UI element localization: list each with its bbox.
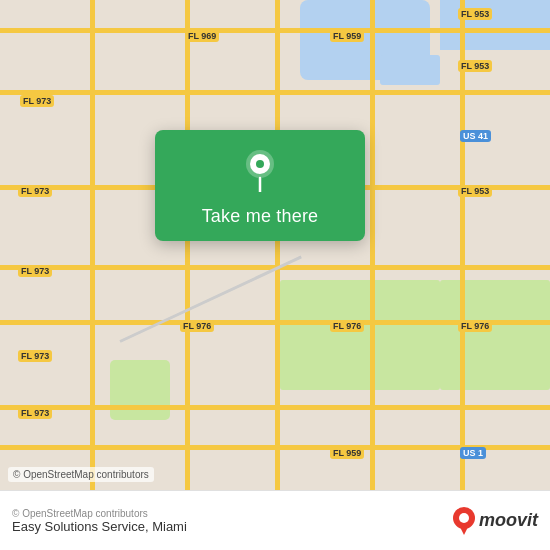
location-info: © OpenStreetMap contributors Easy Soluti… — [12, 508, 187, 534]
road-v-3 — [275, 0, 280, 490]
park-area-1 — [280, 280, 440, 390]
route-fl976-1: FL 976 — [180, 320, 214, 332]
route-fl953-3: FL 953 — [458, 185, 492, 197]
map-pin-icon — [242, 148, 278, 196]
take-me-there-label: Take me there — [202, 206, 319, 227]
water-area-2 — [440, 0, 550, 50]
road-v-1 — [90, 0, 95, 490]
route-us1: US 1 — [460, 447, 486, 459]
route-fl973-5: FL 973 — [18, 407, 52, 419]
route-fl973-1: FL 973 — [20, 95, 54, 107]
route-fl976-3: FL 976 — [458, 320, 492, 332]
osm-attribution: © OpenStreetMap contributors — [12, 508, 187, 519]
park-area-3 — [110, 360, 170, 420]
moovit-text: moovit — [479, 510, 538, 531]
route-fl973-3: FL 973 — [18, 265, 52, 277]
take-me-there-button[interactable]: Take me there — [155, 130, 365, 241]
road-v-5 — [460, 0, 465, 490]
route-fl959-3: FL 959 — [330, 447, 364, 459]
svg-point-2 — [256, 160, 264, 168]
road-v-4 — [370, 0, 375, 490]
map-container: FL 973 FL 969 FL 959 FL 953 FL 953 US 41… — [0, 0, 550, 490]
bottom-bar: © OpenStreetMap contributors Easy Soluti… — [0, 490, 550, 550]
moovit-logo[interactable]: moovit — [453, 507, 538, 535]
moovit-pin-icon — [453, 507, 475, 535]
location-name: Easy Solutions Service, Miami — [12, 519, 187, 534]
route-fl976-2: FL 976 — [330, 320, 364, 332]
park-area-2 — [440, 280, 550, 390]
route-fl953-2: FL 953 — [458, 60, 492, 72]
svg-point-4 — [459, 513, 469, 523]
route-fl973-2: FL 973 — [18, 185, 52, 197]
water-area-3 — [380, 55, 440, 85]
route-fl959-1: FL 959 — [330, 30, 364, 42]
route-fl973-4: FL 973 — [18, 350, 52, 362]
route-fl969: FL 969 — [185, 30, 219, 42]
road-v-2 — [185, 0, 190, 490]
map-attribution: © OpenStreetMap contributors — [8, 467, 154, 482]
route-fl953-1: FL 953 — [458, 8, 492, 20]
route-us41: US 41 — [460, 130, 491, 142]
svg-marker-5 — [459, 525, 469, 535]
